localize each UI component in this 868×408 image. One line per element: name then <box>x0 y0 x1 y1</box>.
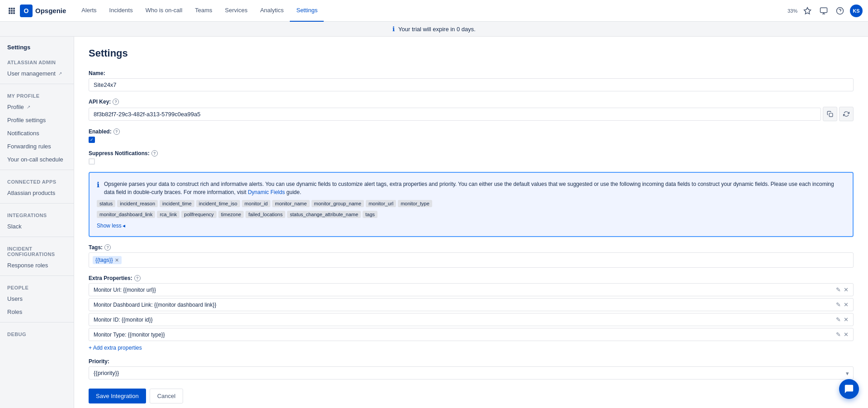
suppress-help-icon[interactable]: ? <box>151 150 158 157</box>
tag-monitor-group-name: monitor_group_name <box>311 200 364 207</box>
delete-monitor-id-button[interactable]: ✕ <box>844 316 849 323</box>
api-key-field-group: API Key: ? <box>89 99 854 121</box>
show-less-button[interactable]: Show less ◂ <box>97 223 845 229</box>
sidebar-item-notifications[interactable]: Notifications <box>0 127 74 140</box>
nav-teams[interactable]: Teams <box>189 0 218 22</box>
priority-select-wrapper: {{priority}} <box>89 366 854 380</box>
svg-rect-7 <box>11 12 13 14</box>
svg-rect-2 <box>13 8 15 9</box>
svg-rect-3 <box>9 10 10 12</box>
tag-monitor-id: monitor_id <box>242 200 270 207</box>
upgrade-icon[interactable] <box>801 5 814 17</box>
nav-incidents[interactable]: Incidents <box>103 0 139 22</box>
edit-monitor-dashboard-button[interactable]: ✎ <box>836 301 841 308</box>
info-box-text: Opsgenie parses your data to construct r… <box>104 180 845 196</box>
sidebar-divider-5 <box>0 275 74 276</box>
info-box-header: ℹ Opsgenie parses your data to construct… <box>97 180 845 196</box>
user-avatar[interactable]: KS <box>850 5 863 17</box>
svg-rect-0 <box>9 8 10 9</box>
enabled-help-icon[interactable]: ? <box>113 128 120 135</box>
save-integration-button[interactable]: Save Integration <box>89 389 146 403</box>
svg-rect-8 <box>13 12 15 14</box>
tag-incident-reason: incident_reason <box>117 200 158 207</box>
top-nav: O Opsgenie Alerts Incidents Who is on-ca… <box>0 0 868 22</box>
name-input[interactable] <box>89 78 854 91</box>
grid-menu-icon[interactable] <box>5 5 18 17</box>
svg-rect-11 <box>829 113 833 117</box>
nav-settings[interactable]: Settings <box>290 0 324 22</box>
sidebar: Settings ATLASSIAN ADMIN User management… <box>0 37 74 408</box>
tag-status: status <box>97 200 115 207</box>
svg-rect-6 <box>9 12 10 14</box>
sidebar-section-people: PEOPLE <box>0 280 74 292</box>
nav-right: 33% KS <box>788 5 863 17</box>
nav-analytics[interactable]: Analytics <box>254 0 290 22</box>
suppress-field-group: Suppress Notifications: ? <box>89 150 854 165</box>
enabled-checkbox[interactable] <box>89 137 95 143</box>
name-label: Name: <box>89 70 854 76</box>
sidebar-item-slack[interactable]: Slack <box>0 220 74 233</box>
nav-alerts[interactable]: Alerts <box>75 0 103 22</box>
marketplace-icon[interactable] <box>817 5 830 17</box>
refresh-api-key-button[interactable] <box>839 107 854 121</box>
extra-props-help-icon[interactable]: ? <box>134 275 141 281</box>
app-logo: O Opsgenie <box>20 5 66 17</box>
help-icon[interactable] <box>834 5 846 17</box>
delete-monitor-type-button[interactable]: ✕ <box>844 331 849 338</box>
api-key-input[interactable] <box>89 108 821 121</box>
copy-api-key-button[interactable] <box>823 107 837 121</box>
sidebar-item-profile-settings[interactable]: Profile settings <box>0 114 74 127</box>
logo-icon: O <box>20 5 33 17</box>
sidebar-divider-3 <box>0 203 74 204</box>
svg-rect-4 <box>11 10 13 12</box>
sidebar-item-atlassian-products[interactable]: Atlassian products <box>0 186 74 199</box>
edit-monitor-id-button[interactable]: ✎ <box>836 316 841 323</box>
tag-failed-locations: failed_locations <box>245 211 285 218</box>
suppress-checkbox-row <box>89 158 854 165</box>
main-content: Settings Name: API Key: ? <box>74 37 868 408</box>
tag-chip-remove[interactable]: ✕ <box>115 257 119 263</box>
sidebar-item-users[interactable]: Users <box>0 292 74 305</box>
dynamic-fields-link[interactable]: Dynamic Fields <box>248 189 285 195</box>
enabled-label: Enabled: ? <box>89 128 854 135</box>
svg-rect-5 <box>13 10 15 12</box>
nav-who-is-on-call[interactable]: Who is on-call <box>139 0 189 22</box>
delete-monitor-dashboard-button[interactable]: ✕ <box>844 301 849 308</box>
sidebar-divider-2 <box>0 170 74 170</box>
delete-monitor-url-button[interactable]: ✕ <box>844 286 849 293</box>
edit-monitor-type-button[interactable]: ✎ <box>836 331 841 338</box>
tags-input-container[interactable]: {{tags}} ✕ <box>89 252 854 268</box>
sidebar-item-forwarding-rules[interactable]: Forwarding rules <box>0 140 74 153</box>
suppress-checkbox[interactable] <box>89 158 95 165</box>
info-box: ℹ Opsgenie parses your data to construct… <box>89 172 854 237</box>
sidebar-divider-6 <box>0 322 74 323</box>
priority-select[interactable]: {{priority}} <box>89 366 854 380</box>
api-key-help-icon[interactable]: ? <box>113 99 119 105</box>
info-tags-row2: monitor_dashboard_link rca_link pollfreq… <box>97 211 845 218</box>
tag-status-change-attribute: status_change_attribute_name <box>287 211 361 218</box>
cancel-button[interactable]: Cancel <box>150 389 183 403</box>
nav-services[interactable]: Services <box>219 0 254 22</box>
sidebar-divider-1 <box>0 84 74 84</box>
add-extra-properties-link[interactable]: + Add extra properties <box>89 345 854 351</box>
tag-monitor-name: monitor_name <box>272 200 309 207</box>
edit-monitor-url-button[interactable]: ✎ <box>836 286 841 293</box>
extra-prop-monitor-dashboard: Monitor Dashboard Link: {{monitor dashbo… <box>89 298 854 311</box>
sidebar-item-roles[interactable]: Roles <box>0 305 74 318</box>
sidebar-section-connected-apps: CONNECTED APPS <box>0 174 74 186</box>
sidebar-divider-4 <box>0 237 74 237</box>
name-field-group: Name: <box>89 70 854 91</box>
sidebar-item-response-roles[interactable]: Response roles <box>0 259 74 272</box>
profile-external-icon: ↗ <box>27 104 30 109</box>
sidebar-item-profile[interactable]: Profile ↗ <box>0 100 74 114</box>
tags-help-icon[interactable]: ? <box>104 244 111 251</box>
sidebar-section-atlassian-admin: ATLASSIAN ADMIN <box>0 54 74 67</box>
chat-bubble[interactable] <box>839 379 859 399</box>
extra-props-field-group: Extra Properties: ? Monitor Url: {{monit… <box>89 275 854 351</box>
sidebar-section-incident-config: INCIDENT CONFIGURATIONS <box>0 241 74 259</box>
info-box-icon: ℹ <box>97 180 99 189</box>
suppress-label: Suppress Notifications: ? <box>89 150 854 157</box>
sidebar-item-user-management[interactable]: User management ↗ <box>0 67 74 80</box>
extra-prop-monitor-type: Monitor Type: {{monitor type}} ✎ ✕ <box>89 328 854 341</box>
sidebar-item-on-call-schedule[interactable]: Your on-call schedule <box>0 153 74 166</box>
